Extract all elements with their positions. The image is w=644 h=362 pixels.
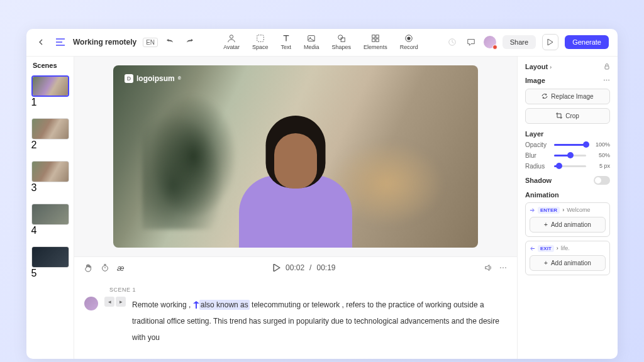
comment-icon[interactable] <box>465 36 477 48</box>
tool-elements[interactable]: Elements <box>364 34 387 50</box>
crop-button[interactable]: Crop <box>525 108 610 124</box>
timer-icon[interactable] <box>101 263 109 272</box>
add-exit-animation-button[interactable]: + Add animation <box>530 255 606 271</box>
svg-rect-7 <box>376 35 379 38</box>
video-canvas[interactable]: D logoipsum® <box>113 65 478 248</box>
canvas-logo: D logoipsum® <box>125 74 181 83</box>
menu-icon[interactable] <box>54 36 67 48</box>
tool-record[interactable]: Record <box>400 34 418 50</box>
svg-point-0 <box>230 35 233 38</box>
svg-rect-15 <box>605 66 609 69</box>
project-title: Working remotely <box>73 38 136 47</box>
layout-section-header[interactable]: Layout › <box>525 63 610 70</box>
tool-text[interactable]: Text <box>281 34 292 50</box>
shadow-label: Shadow <box>525 177 552 184</box>
scene-thumb-1[interactable] <box>31 75 69 97</box>
radius-slider[interactable] <box>554 165 586 167</box>
generate-button[interactable]: Generate <box>565 35 609 49</box>
svg-rect-5 <box>341 38 345 41</box>
top-toolbar: Working remotely EN Avatar Space Text <box>26 29 618 57</box>
svg-rect-9 <box>376 39 379 41</box>
opacity-slider[interactable] <box>554 144 586 146</box>
language-badge[interactable]: EN <box>143 38 158 47</box>
user-avatar[interactable] <box>484 36 496 48</box>
phonetic-icon[interactable]: æ <box>117 263 125 273</box>
preview-play-button[interactable] <box>542 34 558 50</box>
shadow-toggle[interactable] <box>594 176 610 185</box>
time-current: 00:02 <box>286 263 304 272</box>
svg-rect-1 <box>257 35 264 42</box>
svg-point-11 <box>408 36 411 40</box>
enter-animation-card: ENTER › Welcome + Add animation <box>525 202 610 237</box>
script-text[interactable]: Remote working , also known as telecommu… <box>132 297 507 346</box>
add-enter-animation-button[interactable]: + Add animation <box>530 217 606 233</box>
blur-slider[interactable] <box>554 155 586 156</box>
image-more-icon[interactable]: ⋯ <box>603 77 610 85</box>
volume-icon[interactable] <box>484 263 493 272</box>
exit-icon <box>530 246 535 251</box>
script-next-button[interactable]: ▸ <box>116 297 126 307</box>
replace-image-button[interactable]: Replace Image <box>525 89 610 104</box>
svg-rect-14 <box>196 304 197 309</box>
history-icon[interactable] <box>446 36 458 48</box>
tool-media[interactable]: Media <box>304 34 319 50</box>
player-bar: æ 00:02 / 00:19 ⋯ <box>74 256 517 279</box>
script-prev-button[interactable]: ◂ <box>104 297 114 307</box>
image-section-title: Image <box>525 77 545 84</box>
svg-rect-6 <box>372 35 375 38</box>
hand-tool-icon[interactable] <box>84 263 93 272</box>
scenes-title: Scenes <box>26 62 74 73</box>
undo-button[interactable] <box>164 36 177 48</box>
avatar-figure <box>239 109 352 248</box>
exit-animation-card: EXIT › life. + Add animation <box>525 241 610 275</box>
play-button[interactable] <box>273 264 280 272</box>
time-total: 00:19 <box>316 263 335 272</box>
more-icon[interactable]: ⋯ <box>499 263 507 272</box>
scene-thumb-4[interactable] <box>31 204 69 225</box>
svg-point-4 <box>338 35 343 40</box>
script-avatar[interactable] <box>84 297 98 310</box>
scene-thumb-5[interactable] <box>31 246 69 268</box>
share-button[interactable]: Share <box>502 35 536 49</box>
tool-avatar[interactable]: Avatar <box>223 34 240 50</box>
tool-shapes[interactable]: Shapes <box>332 34 352 50</box>
layer-section-title: Layer <box>525 130 543 138</box>
scenes-panel: Scenes 1 2 3 4 5 <box>26 57 74 359</box>
animation-section-title: Animation <box>525 191 559 199</box>
lock-icon[interactable] <box>604 63 610 70</box>
properties-panel: Layout › Image ⋯ Replace Image Crop L <box>517 57 618 359</box>
enter-icon <box>530 207 535 213</box>
back-button[interactable] <box>35 36 48 48</box>
tool-space[interactable]: Space <box>252 34 269 50</box>
svg-rect-8 <box>372 39 375 41</box>
script-editor: SCENE 1 ◂ ▸ Remote working , also known … <box>74 279 517 359</box>
scene-thumb-2[interactable] <box>31 118 69 140</box>
playhead-marker[interactable] <box>193 301 199 307</box>
redo-button[interactable] <box>183 36 196 48</box>
scene-label: SCENE 1 <box>109 287 507 293</box>
scene-thumb-3[interactable] <box>31 161 69 182</box>
